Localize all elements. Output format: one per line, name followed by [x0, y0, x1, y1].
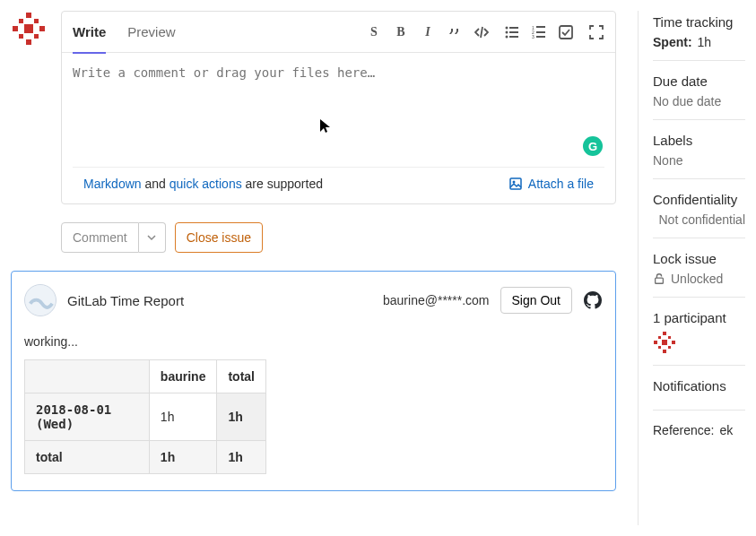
svg-rect-4: [19, 19, 23, 23]
svg-rect-20: [536, 36, 545, 38]
sign-out-button[interactable]: Sign Out: [500, 287, 572, 314]
svg-rect-2: [39, 26, 45, 31]
quick-actions-link[interactable]: quick actions: [169, 177, 242, 191]
time-report-table: baurine total 2018-08-01 (Wed) 1h 1h tot…: [24, 359, 266, 474]
svg-rect-16: [536, 26, 545, 28]
svg-rect-18: [536, 31, 545, 33]
svg-rect-14: [509, 36, 518, 38]
svg-rect-29: [672, 341, 675, 344]
svg-point-11: [506, 30, 508, 33]
table-total-row: total 1h 1h: [25, 441, 266, 474]
italic-icon[interactable]: I: [420, 24, 436, 40]
time-tracking-title: Time tracking: [653, 14, 745, 30]
table-row: 2018-08-01 (Wed) 1h 1h: [25, 393, 266, 441]
time-report-panel: GitLab Time Report baurine@*****.com Sig…: [11, 271, 616, 491]
strike-icon[interactable]: S: [366, 24, 382, 40]
labels-value: None: [653, 153, 745, 168]
markdown-link[interactable]: Markdown: [83, 177, 142, 191]
svg-rect-22: [510, 178, 521, 189]
due-date-title: Due date: [653, 73, 745, 89]
svg-rect-6: [19, 34, 23, 39]
comment-tabs: Write Preview: [73, 12, 176, 52]
comment-button[interactable]: Comment: [61, 222, 139, 253]
svg-rect-1: [13, 26, 18, 31]
svg-rect-33: [658, 346, 661, 349]
tab-preview[interactable]: Preview: [127, 12, 175, 52]
user-avatar: [11, 11, 47, 47]
confidentiality-title: Confidentiality: [653, 192, 745, 207]
close-issue-button[interactable]: Close issue: [175, 222, 263, 253]
report-email: baurine@*****.com: [383, 293, 490, 307]
time-spent-row: Spent: 1h: [653, 35, 745, 49]
issue-sidebar: Time tracking Spent: 1h Due date No due …: [638, 11, 745, 525]
svg-rect-12: [509, 31, 518, 33]
due-date-value: No due date: [653, 94, 745, 108]
ol-icon[interactable]: 123: [531, 24, 547, 40]
task-icon[interactable]: [558, 24, 574, 40]
svg-rect-8: [24, 24, 33, 33]
svg-rect-32: [668, 336, 671, 339]
svg-rect-0: [26, 13, 31, 18]
svg-rect-27: [663, 332, 666, 335]
quote-icon[interactable]: [447, 24, 463, 40]
table-header-row: baurine total: [25, 360, 266, 393]
reference-row: Reference: ek: [653, 423, 745, 437]
code-icon[interactable]: [474, 24, 490, 40]
svg-rect-34: [668, 346, 671, 349]
svg-rect-7: [34, 34, 39, 39]
markdown-hint: Markdown and quick actions are supported: [83, 177, 323, 191]
comment-button-group: Comment: [61, 222, 166, 253]
svg-point-13: [506, 35, 508, 38]
svg-rect-31: [658, 336, 661, 339]
lock-title: Lock issue: [653, 251, 745, 266]
participant-avatar[interactable]: [653, 331, 676, 354]
lock-value: Unlocked: [653, 272, 745, 286]
comment-dropdown-toggle[interactable]: [139, 222, 166, 253]
svg-point-9: [506, 26, 508, 29]
confidentiality-value: Not confidential: [653, 212, 745, 227]
labels-title: Labels: [653, 133, 745, 148]
svg-rect-35: [662, 340, 667, 345]
report-status: working...: [24, 334, 603, 349]
editor-toolbar: S B I 123: [366, 24, 604, 40]
comment-box: Write Preview S B I 123: [61, 11, 616, 204]
participants-title: 1 participant: [653, 310, 745, 325]
svg-rect-5: [34, 19, 39, 23]
svg-text:3: 3: [532, 34, 534, 39]
ul-icon[interactable]: [504, 24, 520, 40]
svg-rect-26: [656, 278, 664, 283]
notifications-title[interactable]: Notifications: [653, 378, 745, 393]
fullscreen-icon[interactable]: [588, 24, 604, 40]
svg-rect-3: [26, 39, 31, 45]
tab-write[interactable]: Write: [73, 12, 106, 52]
svg-rect-21: [560, 26, 572, 39]
lock-open-icon: [653, 272, 665, 285]
github-icon[interactable]: [583, 290, 603, 310]
chevron-down-icon: [147, 233, 156, 242]
attach-file-button[interactable]: Attach a file: [508, 177, 594, 191]
bold-icon[interactable]: B: [393, 24, 409, 40]
comment-textarea[interactable]: [73, 65, 604, 155]
svg-rect-10: [509, 27, 518, 29]
svg-rect-28: [654, 341, 657, 344]
svg-rect-30: [663, 350, 666, 353]
report-avatar: [24, 284, 56, 316]
report-title: GitLab Time Report: [67, 293, 184, 308]
grammarly-icon[interactable]: G: [583, 136, 603, 156]
